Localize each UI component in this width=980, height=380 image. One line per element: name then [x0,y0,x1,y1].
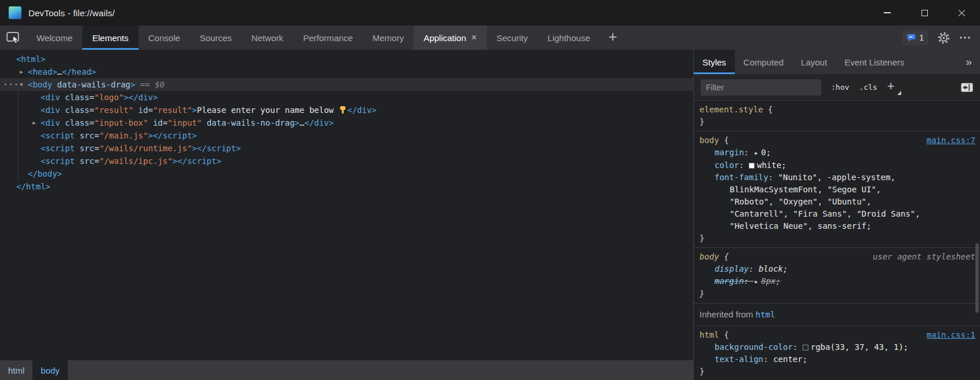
maximize-button[interactable] [906,0,943,25]
tab-network[interactable]: Network [242,25,293,50]
dom-token-tag: ></ [148,131,162,140]
dom-token-text: … [57,67,62,76]
element-classes-button[interactable]: .cls [859,83,877,92]
issues-count: 1 [919,33,924,42]
dom-node-row[interactable]: <div class="result" id="result">Please e… [0,104,693,116]
dom-token-punct: = [89,93,94,102]
dom-token-attr: src [75,156,94,166]
stylesheet-origin: user agent stylesheet [873,251,975,263]
dom-node-row[interactable]: </html> [0,180,693,193]
styles-toolbar: :hov.cls+ [694,74,980,101]
close-brace: } [700,366,980,378]
title-bar: DevTools - file://wails/ [0,0,980,25]
inherited-from-label: Inherited from [700,309,756,319]
rule-selector[interactable]: html [700,329,719,341]
dom-token-attr: class [60,105,90,115]
dom-node-row[interactable]: ▶<div class="input-box" id="input" data-… [0,116,693,129]
corner-grip-icon [897,91,901,95]
rule-selector[interactable]: body [700,251,719,263]
tab-computed[interactable]: Computed [735,50,792,74]
tab-security[interactable]: Security [487,25,538,50]
tab-layout[interactable]: Layout [792,50,836,74]
overflow-tabs-icon[interactable]: » [966,56,980,68]
styles-sections: element.style {}body {main.css:7margin: … [694,101,980,380]
css-property[interactable]: display: block; [700,263,980,275]
tab-application[interactable]: Application× [414,25,487,50]
more-tools-button[interactable]: + [600,25,625,50]
tab-event-listeners[interactable]: Event Listeners [836,50,913,74]
dom-token-val: "input" [167,118,202,127]
styles-scrollbar-thumb[interactable] [975,243,979,313]
css-property[interactable]: background-color: rgba(33, 37, 43, 1); [700,341,980,353]
dom-token-tag: script> [187,156,221,166]
tab-label: Sources [200,33,232,43]
dom-token-tag: <div [41,105,60,115]
dom-node-row[interactable]: <script src="/wails/ipc.js"></script> [0,155,693,167]
expand-value-icon[interactable]: ▶ [755,279,757,284]
dom-token-tag: ></div> [123,93,158,102]
css-property[interactable]: margin: ▶8px; [700,275,980,288]
devtools-app-icon [9,6,21,19]
tab-welcome[interactable]: Welcome [27,25,82,50]
new-style-rule-button[interactable]: + [887,79,895,94]
main-tab-list: WelcomeElementsConsoleSourcesNetworkPerf… [27,25,600,50]
breadcrumb-item-html[interactable]: html [0,360,32,380]
dom-token-tag: script> [163,131,197,140]
issues-bubble-icon [907,34,916,42]
elements-panel: <html>▶<head>…</head>···▼<body data-wail… [0,50,693,380]
window-title: DevTools - file://wails/ [28,8,115,18]
tab-label: Security [497,33,528,43]
toggle-element-state-button[interactable]: :hov [831,83,849,92]
dom-token-attr: id [148,118,162,127]
issues-counter-button[interactable]: 1 [902,30,928,45]
rule-selector[interactable]: element.style [700,104,763,116]
close-tab-icon[interactable]: × [471,33,476,42]
expand-arrow-icon[interactable]: ▶ [17,65,26,78]
color-swatch[interactable] [803,345,808,350]
open-brace: { [719,329,729,341]
css-property[interactable]: margin: ▶0; [700,147,980,159]
property-value: 0; [761,148,771,157]
breadcrumb-item-body[interactable]: body [32,360,68,380]
styles-filter-input[interactable] [701,79,821,96]
property-value: white; [757,160,786,170]
style-rule: element.style {} [694,101,980,131]
close-button[interactable] [943,0,980,25]
dom-node-row[interactable]: </body> [0,167,693,180]
dom-node-row[interactable]: ▶<head>…</head> [0,65,693,78]
collapse-arrow-icon[interactable]: ▼ [17,78,26,91]
color-swatch[interactable] [749,163,755,169]
dom-node-row[interactable]: <script src="/wails/runtime.js"></script… [0,142,693,155]
dom-token-tag: <html> [16,54,46,64]
css-property[interactable]: color: white; [700,159,980,171]
css-property[interactable]: font-family: "Nunito", -apple-system, [700,171,980,184]
tab-lighthouse[interactable]: Lighthouse [538,25,600,50]
dom-node-row[interactable]: <html> [0,53,693,65]
tab-performance[interactable]: Performance [293,25,363,50]
minimize-button[interactable] [869,0,906,25]
tab-elements[interactable]: Elements [82,25,139,50]
stylesheet-link[interactable]: main.css:7 [927,134,975,147]
tab-styles[interactable]: Styles [694,50,735,74]
settings-button[interactable] [938,32,950,44]
dom-token-punct: = [94,144,99,153]
tab-label: Network [252,33,283,43]
dom-token-attr: class [60,118,90,127]
tab-sources[interactable]: Sources [190,25,242,50]
toggle-computed-sidebar-button[interactable] [961,83,973,92]
inspect-element-button[interactable] [0,25,27,50]
customize-menu-button[interactable] [959,36,971,39]
rule-selector[interactable]: body [700,134,719,147]
css-property[interactable]: text-align: center; [700,353,980,366]
dom-node-row[interactable]: ···▼<body data-wails-drag> == $0 [0,78,693,91]
tab-memory[interactable]: Memory [363,25,414,50]
dom-token-tag: </div> [304,118,334,127]
expand-arrow-icon[interactable]: ▶ [30,116,39,129]
expand-value-icon[interactable]: ▶ [755,151,757,156]
dom-node-row[interactable]: <script src="/main.js"></script> [0,129,693,142]
stylesheet-link[interactable]: main.css:1 [927,329,975,341]
dom-node-row[interactable]: <div class="logo"></div> [0,91,693,104]
inherited-node-link[interactable]: html [756,310,775,319]
dom-token-attr: data-wails-drag [52,80,130,89]
tab-console[interactable]: Console [139,25,190,50]
